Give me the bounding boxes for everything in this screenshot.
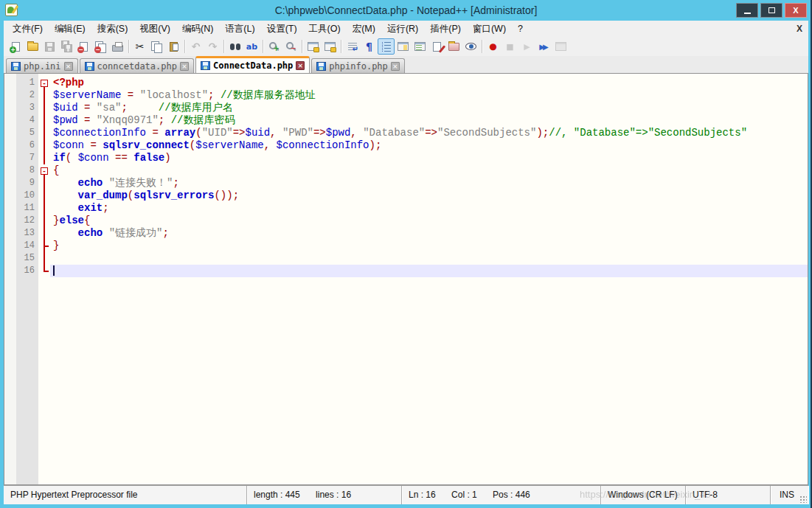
- new-file-button[interactable]: +: [7, 38, 24, 55]
- macro-stop-button[interactable]: ■: [502, 38, 518, 55]
- save-all-button[interactable]: [58, 38, 75, 55]
- find-button[interactable]: [226, 38, 243, 55]
- zoom-out-button[interactable]: −: [282, 38, 299, 55]
- code-line-3[interactable]: $uid = "sa"; //数据库用户名: [50, 102, 808, 114]
- tab-close-icon[interactable]: ×: [391, 62, 400, 71]
- menu-item-encoding[interactable]: 编码(N): [176, 21, 219, 37]
- menu-item-plugins[interactable]: 插件(P): [424, 21, 467, 37]
- code-line-16[interactable]: [50, 265, 808, 277]
- code-line-4[interactable]: $pwd = "Xnqq0971"; //数据库密码: [50, 114, 808, 127]
- print-button[interactable]: [109, 38, 126, 55]
- code-line-2[interactable]: $serverName = "localhost"; //数据库服务器地址: [50, 89, 808, 102]
- code-line-10[interactable]: var_dump(sqlsrv_errors());: [50, 189, 808, 202]
- resize-grip-icon[interactable]: [799, 495, 807, 503]
- macro-run-multiple-icon: ▶▶: [539, 43, 548, 51]
- show-indent-guide-icon: [382, 42, 391, 52]
- line-number: 9: [16, 177, 38, 189]
- folder-as-workspace-button[interactable]: [445, 38, 462, 55]
- tab-label: phpinfo.php: [329, 61, 387, 72]
- menu-item-run[interactable]: 运行(R): [381, 21, 424, 37]
- zoom-in-button[interactable]: +: [266, 38, 282, 55]
- fold-margin[interactable]: --: [38, 74, 50, 484]
- macro-save-button[interactable]: [552, 38, 569, 55]
- menu-item-window[interactable]: 窗口(W): [467, 21, 512, 37]
- open-file-button[interactable]: [24, 38, 41, 55]
- fold-collapse-icon[interactable]: -: [38, 164, 50, 177]
- bookmark-margin[interactable]: [4, 74, 16, 484]
- code-line-15[interactable]: [50, 252, 808, 265]
- tab-close-icon[interactable]: ×: [64, 62, 73, 71]
- line-number: 7: [16, 152, 38, 164]
- copy-button[interactable]: [148, 38, 165, 55]
- menu-item-macro[interactable]: 宏(M): [347, 21, 381, 37]
- toolbar-separator: [263, 40, 263, 53]
- tab-close-icon[interactable]: ×: [180, 62, 189, 71]
- tab-conncetdata.php[interactable]: conncetdata.php×: [80, 58, 194, 73]
- menu-item-view[interactable]: 视图(V): [133, 21, 176, 37]
- close-file-button[interactable]: −: [75, 38, 92, 55]
- fold-guide: [38, 114, 50, 127]
- tab-php.ini[interactable]: php.ini×: [6, 58, 78, 73]
- sync-horizontal-scroll-icon: [325, 42, 336, 51]
- tab-label: conncetdata.php: [97, 61, 177, 72]
- paste-icon: [170, 42, 178, 52]
- redo-button[interactable]: ↷: [204, 38, 221, 55]
- doc-map-button[interactable]: [395, 38, 412, 55]
- edit-page-button[interactable]: [428, 38, 445, 55]
- code-area[interactable]: <?php$serverName = "localhost"; //数据库服务器…: [50, 74, 808, 484]
- macro-record-button[interactable]: ●: [485, 38, 502, 55]
- code-editor[interactable]: 12345678910111213141516 -- <?php$serverN…: [4, 73, 808, 485]
- menu-item-tools[interactable]: 工具(O): [303, 21, 347, 37]
- cut-button[interactable]: ✂: [131, 38, 148, 55]
- macro-run-multiple-button[interactable]: ▶▶: [535, 38, 552, 55]
- macro-record-icon: ●: [489, 41, 496, 52]
- function-list-button[interactable]: [412, 38, 428, 55]
- menu-item-search[interactable]: 搜索(S): [91, 21, 134, 37]
- menu-item-help[interactable]: ?: [512, 21, 529, 37]
- save-button[interactable]: [41, 38, 58, 55]
- status-eol-format[interactable]: Windows (CR LF): [601, 486, 686, 504]
- monitoring-eye-button[interactable]: [462, 38, 479, 55]
- code-line-14[interactable]: }: [50, 240, 808, 252]
- maximize-button[interactable]: [760, 3, 782, 18]
- status-encoding[interactable]: UTF-8: [686, 486, 771, 504]
- status-insert-mode[interactable]: INS: [771, 486, 808, 504]
- code-line-13[interactable]: echo "链接成功";: [50, 227, 808, 240]
- replace-button[interactable]: ab: [243, 38, 260, 55]
- menu-item-language[interactable]: 语言(L): [219, 21, 260, 37]
- code-line-6[interactable]: $conn = sqlsrv_connect($serverName, $con…: [50, 139, 808, 152]
- code-line-12[interactable]: }else{: [50, 215, 808, 227]
- code-line-5[interactable]: $connectionInfo = array("UID"=>$uid, "PW…: [50, 127, 808, 139]
- code-line-9[interactable]: echo "连接失败！";: [50, 177, 808, 189]
- fold-collapse-icon[interactable]: -: [38, 77, 50, 89]
- undo-button[interactable]: ↶: [187, 38, 204, 55]
- menu-item-settings[interactable]: 设置(T): [261, 21, 303, 37]
- fold-guide: [38, 252, 50, 265]
- tab-close-icon[interactable]: ×: [296, 61, 305, 70]
- tab-phpinfo.php[interactable]: phpinfo.php×: [311, 58, 404, 73]
- menu-item-edit[interactable]: 编辑(E): [49, 21, 91, 37]
- show-indent-guide-button[interactable]: [378, 38, 395, 55]
- maximize-icon: [768, 7, 775, 13]
- macro-play-icon: ▶: [524, 42, 530, 52]
- sync-horizontal-scroll-button[interactable]: [322, 38, 339, 55]
- menubar-close-icon[interactable]: X: [797, 21, 802, 37]
- code-line-1[interactable]: <?php: [50, 77, 808, 89]
- code-line-7[interactable]: if( $conn == false): [50, 152, 808, 164]
- code-line-8[interactable]: {: [50, 164, 808, 177]
- show-all-characters-button[interactable]: ¶: [361, 38, 378, 55]
- line-number: 8: [16, 164, 38, 177]
- close-button[interactable]: X: [785, 3, 807, 18]
- paste-button[interactable]: [165, 38, 182, 55]
- macro-play-button[interactable]: ▶: [518, 38, 535, 55]
- saved-floppy-icon: [316, 62, 326, 71]
- tab-connectdata.php[interactable]: ConnectData.php×: [195, 56, 310, 73]
- minimize-button[interactable]: [736, 3, 758, 18]
- close-all-button[interactable]: −: [92, 38, 109, 55]
- toolbar-separator: [302, 40, 302, 53]
- menu-item-file[interactable]: 文件(F): [7, 21, 49, 37]
- sync-vertical-scroll-button[interactable]: [305, 38, 322, 55]
- code-line-11[interactable]: exit;: [50, 202, 808, 215]
- word-wrap-button[interactable]: ↵: [344, 38, 361, 55]
- redo-icon: ↷: [209, 41, 218, 52]
